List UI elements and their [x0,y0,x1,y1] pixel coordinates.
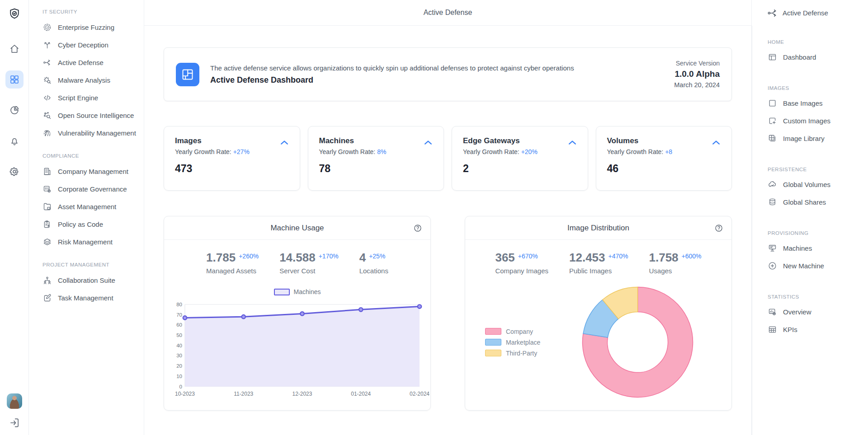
nav-item-cyber-deception[interactable]: Cyber Deception [42,36,139,54]
chevron-up-icon[interactable] [279,137,290,148]
folder-icon [42,202,52,211]
charts-row: Machine Usage 1.785+260%Managed Assets14… [164,216,732,411]
nav-item-kpis[interactable]: KPIs [768,321,863,338]
svg-text:10-2023: 10-2023 [175,391,195,397]
nav-item-company-management[interactable]: Company Management [42,163,139,180]
service-version-label: Service Version [674,59,720,68]
chevron-up-icon[interactable] [423,137,434,148]
svg-text:10: 10 [176,374,182,379]
right-sidebar-header: Active Defense [752,0,868,26]
stat-card-title: Machines [319,136,433,145]
nav-item-image-library[interactable]: Image Library [768,130,863,147]
nav-item-open-source-intelligence[interactable]: Open Source Intelligence [42,107,139,124]
nav-item-label: Custom Images [783,117,830,125]
stat-card-edge-gateways: Edge GatewaysYearly Growth Rate: +20%2 [452,126,588,191]
collaboration-icon [42,276,52,285]
code-icon [42,93,52,103]
nav-item-vulnerability-management[interactable]: Vulnerability Management [42,124,139,142]
banner-title: Active Defense Dashboard [210,75,663,85]
chevron-up-icon[interactable] [711,137,722,148]
home-icon[interactable] [5,40,24,58]
nav-item-machines[interactable]: Machines [768,239,863,257]
svg-text:20: 20 [176,363,182,369]
nav-item-label: Cyber Deception [58,41,108,49]
nav-item-custom-images[interactable]: Custom Images [768,112,863,130]
nav-item-label: New Machine [783,262,824,270]
section-title-statistics: STATISTICS [768,294,863,299]
svg-text:80: 80 [176,302,182,307]
nav-item-label: Active Defense [58,59,104,66]
chart-stat-usages: 1.758+600%Usages [649,252,702,275]
active-defense-icon [767,7,778,19]
server-icon [768,243,777,253]
nav-item-label: Base Images [783,99,823,107]
pie-icon[interactable] [5,101,24,119]
nav-item-policy-as-code[interactable]: Policy as Code [42,215,139,233]
machine-usage-line-chart: 0102030405060708010-202311-202312-202301… [164,295,430,400]
nav-item-overview[interactable]: Overview [768,303,863,321]
svg-text:01-2024: 01-2024 [351,391,371,397]
image-distribution-title: Image Distribution [567,224,629,233]
image-distribution-donut-chart: CompanyMarketplaceThird-Party [465,285,731,400]
nav-item-label: Asset Management [58,203,116,210]
nav-item-collaboration-suite[interactable]: Collaboration Suite [42,271,139,289]
help-icon[interactable] [714,224,723,233]
legend-item-company: Company [485,328,540,335]
nav-item-script-engine[interactable]: Script Engine [42,89,139,107]
deception-icon [42,40,52,50]
nav-item-enterprise-fuzzing[interactable]: Enterprise Fuzzing [42,19,139,36]
stat-card-images: ImagesYearly Growth Rate: +27%473 [164,126,300,191]
nav-item-label: Open Source Intelligence [58,112,134,119]
nav-item-label: Task Management [58,294,113,302]
section-title-home: HOME [768,39,863,45]
chart-stat-public-images: 12.453+470%Public Images [569,252,628,275]
nav-item-dashboard[interactable]: Dashboard [768,48,863,66]
stat-card-growth: Yearly Growth Rate: +20% [463,148,577,155]
nav-item-global-shares[interactable]: Global Shares [768,193,863,211]
stat-card-volumes: VolumesYearly Growth Rate: +846 [596,126,732,191]
nav-item-label: Global Shares [783,198,826,206]
nav-item-task-management[interactable]: Task Management [42,289,139,307]
nav-item-label: Machines [783,244,812,252]
chevron-up-icon[interactable] [567,137,578,148]
nav-item-active-defense[interactable]: Active Defense [42,54,139,71]
nav-item-asset-management[interactable]: Asset Management [42,198,139,215]
nav-item-risk-management[interactable]: Risk Management [42,233,139,251]
active-defense-icon [42,58,52,67]
stat-card-machines: MachinesYearly Growth Rate: 8%78 [308,126,444,191]
grid-icon[interactable] [5,70,24,89]
stat-card-value: 46 [607,163,721,175]
svg-text:60: 60 [176,322,182,327]
nav-item-label: Enterprise Fuzzing [58,23,114,31]
nav-item-label: Image Library [783,135,825,142]
stat-card-title: Images [175,136,289,145]
help-icon[interactable] [413,224,422,233]
nav-item-label: Risk Management [58,238,113,246]
gear-icon[interactable] [5,163,24,181]
donut-legend: CompanyMarketplaceThird-Party [485,328,540,357]
osint-icon [42,111,52,120]
logout-icon[interactable] [9,417,20,429]
nav-item-global-volumes[interactable]: Global Volumes [768,176,863,193]
chart-stat-managed-assets: 1.785+260%Managed Assets [206,252,259,275]
user-avatar[interactable] [7,393,22,409]
nav-item-label: Global Volumes [783,181,830,188]
task-icon [42,293,52,303]
nav-item-base-images[interactable]: Base Images [768,94,863,112]
service-banner: The active defense service allows organi… [164,47,732,101]
nav-item-new-machine[interactable]: New Machine [768,257,863,275]
chart-stat-locations: 4+25%Locations [359,252,388,275]
section-title-images: IMAGES [768,85,863,91]
stat-card-growth: Yearly Growth Rate: +8 [607,148,721,155]
legend-swatch [485,339,501,346]
svg-text:40: 40 [176,343,182,348]
nav-item-malware-analysis[interactable]: Malware Analysis [42,71,139,89]
malware-icon [42,75,52,85]
stat-card-title: Volumes [607,136,721,145]
bell-icon[interactable] [5,132,24,150]
section-title-compliance: COMPLIANCE [42,153,139,159]
page-title: Active Defense [424,9,472,17]
nav-item-corporate-governance[interactable]: Corporate Governance [42,180,139,198]
library-icon [768,134,777,143]
svg-text:12-2023: 12-2023 [292,391,312,397]
